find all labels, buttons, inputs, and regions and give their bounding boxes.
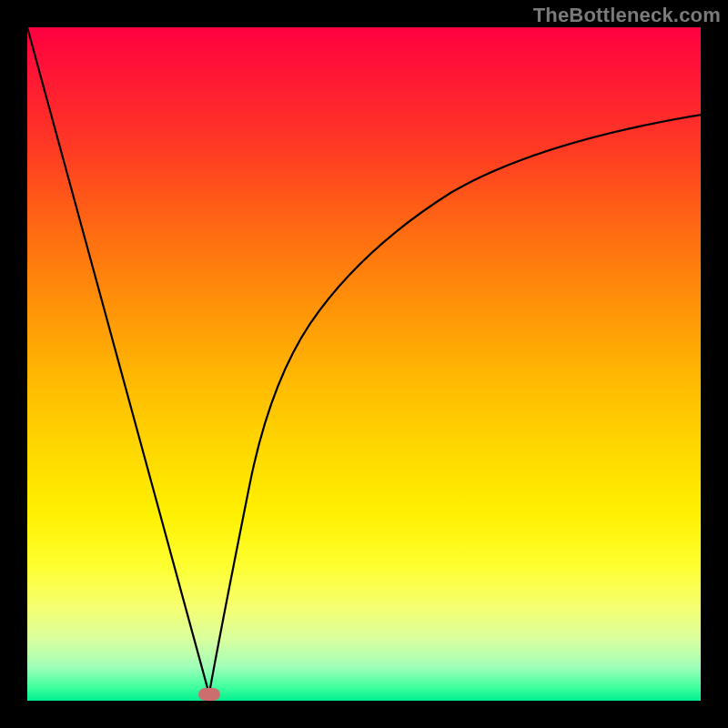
curve-right-branch [209, 115, 701, 693]
watermark-text: TheBottleneck.com [533, 4, 721, 27]
bottleneck-curve [27, 27, 701, 701]
chart-frame: TheBottleneck.com [0, 0, 728, 728]
optimal-point-marker [198, 688, 220, 701]
curve-left-branch [27, 27, 209, 694]
